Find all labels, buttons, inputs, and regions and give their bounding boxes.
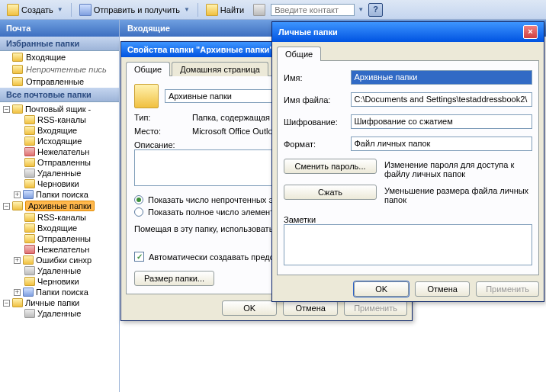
help-button[interactable]: ?	[368, 3, 383, 17]
expand-icon[interactable]: +	[14, 191, 21, 198]
change-password-button[interactable]: Сменить пароль...	[284, 159, 377, 174]
separator	[71, 3, 72, 17]
fav-sent[interactable]: Отправленные	[0, 76, 119, 88]
label: Отправленны	[37, 234, 91, 243]
checkbox-icon: ✓	[134, 252, 144, 262]
tree-a-rss[interactable]: RSS-каналы	[0, 212, 119, 223]
tree-search[interactable]: +Папки поиска	[0, 189, 119, 200]
folder-icon	[24, 126, 35, 135]
ok-button[interactable]: OK	[354, 281, 409, 297]
tree-archive[interactable]: −Архивные папки	[0, 200, 119, 212]
search-folder-icon	[23, 190, 34, 199]
tree-a-search[interactable]: +Папки поиска	[0, 287, 119, 297]
tree-sent[interactable]: Отправленны	[0, 157, 119, 168]
chevron-down-icon: ▼	[57, 6, 63, 13]
find-button[interactable]: Найти	[202, 2, 248, 18]
label: Нежелательн	[37, 147, 89, 156]
label: Ошибки синхр	[36, 255, 92, 265]
label: Личные папки	[25, 298, 79, 307]
collapse-icon[interactable]: −	[3, 106, 10, 113]
search-folder-icon	[23, 288, 34, 297]
close-button[interactable]: ×	[523, 25, 538, 39]
tree-a-drafts[interactable]: Черновики	[0, 276, 119, 287]
trash-icon	[24, 169, 35, 178]
folder-icon	[24, 234, 35, 243]
chevron-down-icon: ▼	[184, 6, 190, 13]
tree-outbox[interactable]: Исходящие	[0, 136, 119, 146]
cancel-button[interactable]: Отмена	[283, 300, 338, 316]
file-label: Имя файла:	[284, 95, 351, 104]
enc-label: Шифрование:	[284, 117, 351, 127]
tab-homepage[interactable]: Домашняя страница	[172, 62, 268, 76]
tab-general[interactable]: Общие	[277, 47, 321, 61]
rss-icon	[24, 213, 35, 222]
label: Нежелательн	[37, 245, 89, 254]
tree-deleted[interactable]: Удаленные	[0, 168, 119, 178]
new-icon	[7, 4, 19, 16]
label: Показать полное число элементов	[148, 207, 283, 217]
collapse-icon[interactable]: −	[3, 203, 10, 210]
personal-folders-dialog: Личные папки× Общие Имя:Архивные папки И…	[271, 21, 544, 302]
rss-icon	[24, 115, 35, 124]
sendrecv-button[interactable]: Отправить и получить▼	[75, 2, 194, 18]
contact-search-input[interactable]	[271, 4, 355, 16]
label: Отправленные	[26, 77, 84, 86]
create-button[interactable]: Создать▼	[3, 2, 67, 18]
tree-inbox[interactable]: Входящие	[0, 125, 119, 136]
nav-pane: Почта Избранные папки Входящие Непрочтен…	[0, 20, 120, 392]
junk-icon	[24, 147, 35, 156]
chevron-down-icon[interactable]: ▼	[358, 6, 364, 13]
folder-icon	[24, 277, 35, 286]
trash-icon	[24, 266, 35, 275]
tree-a-inbox[interactable]: Входящие	[0, 223, 119, 233]
expand-icon[interactable]: +	[14, 257, 21, 264]
type-label: Тип:	[134, 113, 186, 122]
tree-rss[interactable]: RSS-каналы	[0, 114, 119, 125]
fav-unread[interactable]: Непрочтенные пись	[0, 63, 119, 76]
label: Папки поиска	[36, 190, 88, 199]
ok-button[interactable]: OK	[222, 300, 277, 316]
label: Входящие	[37, 126, 77, 135]
tree-personal[interactable]: −Личные папки	[0, 297, 119, 308]
tree-a-syncerr[interactable]: +Ошибки синхр	[0, 255, 119, 265]
tree-mailbox[interactable]: −Почтовый ящик -	[0, 104, 119, 114]
file-value: C:\Documents and Settings\testaddressboo…	[351, 92, 533, 107]
pwd-hint: Изменение пароля для доступа к файлу лич…	[384, 159, 532, 178]
name-label: Имя:	[284, 73, 351, 82]
radio-icon	[134, 195, 143, 204]
find-label: Найти	[220, 5, 244, 14]
label: Входящие	[26, 53, 66, 62]
name-input[interactable]: Архивные папки	[351, 70, 533, 85]
apply-button[interactable]: Применить	[344, 300, 407, 316]
tree-a-junk[interactable]: Нежелательн	[0, 244, 119, 255]
tree-a-sent[interactable]: Отправленны	[0, 233, 119, 244]
tree-junk[interactable]: Нежелательн	[0, 146, 119, 157]
mailbox-icon	[12, 104, 23, 114]
expand-icon[interactable]: +	[14, 289, 21, 296]
dialog-title[interactable]: Личные папки×	[272, 22, 544, 42]
label: Непрочтенные пись	[26, 65, 107, 74]
tree-p-deleted[interactable]: Удаленные	[0, 308, 119, 319]
trash-icon	[24, 309, 35, 318]
enc-value: Шифрование со сжатием	[351, 114, 533, 129]
apply-button[interactable]: Применить	[476, 281, 539, 297]
folder-icon	[12, 65, 23, 74]
archive-icon	[12, 201, 23, 210]
compact-button[interactable]: Сжать	[284, 185, 377, 200]
separator	[198, 3, 198, 17]
allfolders-header: Все почтовые папки	[0, 88, 119, 102]
label: RSS-каналы	[37, 213, 86, 222]
notes-textarea[interactable]	[284, 224, 532, 265]
tab-general[interactable]: Общие	[126, 62, 170, 76]
cancel-button[interactable]: Отмена	[415, 281, 470, 297]
collapse-icon[interactable]: −	[3, 300, 10, 307]
place-label: Место:	[134, 127, 186, 136]
folder-icon	[24, 137, 35, 146]
tree-drafts[interactable]: Черновики	[0, 178, 119, 189]
folder-icon	[24, 223, 35, 233]
sync-error-icon	[23, 255, 34, 265]
tree-a-deleted[interactable]: Удаленные	[0, 265, 119, 276]
folder-size-button[interactable]: Размер папки...	[134, 271, 214, 286]
addressbook-button[interactable]	[249, 2, 269, 18]
fav-inbox[interactable]: Входящие	[0, 51, 119, 63]
